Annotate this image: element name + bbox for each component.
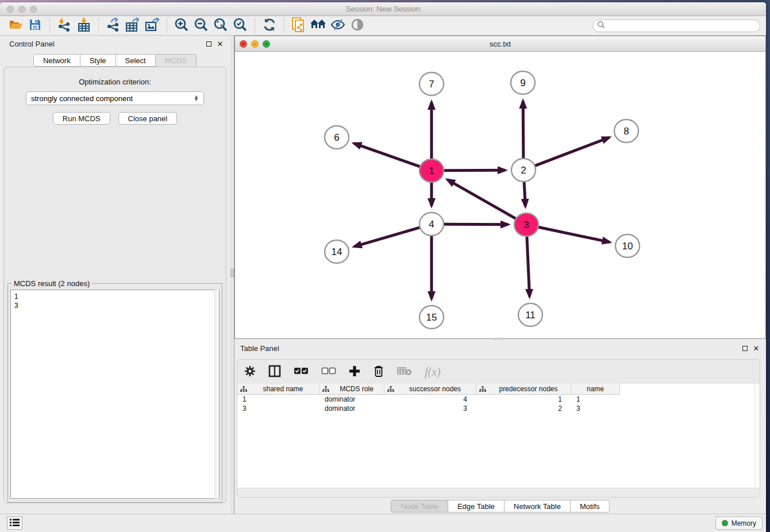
table-settings-button[interactable] bbox=[244, 363, 256, 380]
tab-motifs[interactable]: Motifs bbox=[571, 500, 610, 512]
optimization-criterion-dropdown[interactable]: strongly connected component ▲▼ bbox=[26, 91, 204, 105]
edge-4-to-14[interactable] bbox=[355, 228, 420, 246]
search-icon bbox=[596, 20, 606, 32]
export-image-button[interactable] bbox=[143, 17, 162, 34]
svg-text:3: 3 bbox=[523, 219, 529, 230]
edge-2-to-9[interactable] bbox=[523, 101, 523, 158]
svg-text:10: 10 bbox=[622, 241, 633, 252]
column-header-MCDS-role[interactable]: MCDS role bbox=[319, 384, 384, 395]
export-table-button[interactable] bbox=[123, 17, 143, 34]
graph-node-10[interactable]: 10 bbox=[615, 234, 640, 257]
plus-icon bbox=[349, 365, 360, 379]
graph-node-4[interactable]: 4 bbox=[419, 213, 444, 236]
graph-node-2[interactable]: 2 bbox=[511, 159, 536, 182]
export-network-button[interactable] bbox=[103, 17, 123, 34]
graph-node-14[interactable]: 14 bbox=[325, 240, 349, 263]
import-table-button[interactable] bbox=[74, 17, 94, 34]
edge-2-to-8[interactable] bbox=[535, 137, 609, 165]
zoom-selected-button[interactable] bbox=[230, 17, 250, 34]
cell-predecessor-nodes: 2 bbox=[476, 404, 571, 413]
cell-predecessor-nodes: 1 bbox=[476, 395, 571, 404]
tab-mcds[interactable]: MCDS bbox=[156, 54, 197, 67]
title-bar: Session: New Session bbox=[0, 2, 766, 16]
result-scrollbar[interactable] bbox=[214, 290, 220, 499]
show-task-history-button[interactable] bbox=[7, 516, 22, 530]
deselect-all-columns-button[interactable] bbox=[321, 363, 336, 380]
graph-node-3[interactable]: 3 bbox=[514, 213, 538, 236]
table-scrollbar[interactable] bbox=[754, 384, 760, 488]
tab-select[interactable]: Select bbox=[116, 54, 156, 67]
graph-node-11[interactable]: 11 bbox=[518, 303, 542, 326]
float-panel-button[interactable] bbox=[205, 40, 213, 48]
table-float-button[interactable] bbox=[741, 344, 749, 352]
table-row[interactable]: 3dominator323 bbox=[237, 404, 760, 413]
tab-node-table[interactable]: Node Table bbox=[391, 500, 448, 512]
delete-column-button[interactable] bbox=[373, 363, 384, 380]
cell-successor-nodes: 3 bbox=[384, 404, 476, 413]
zoom-out-button[interactable] bbox=[191, 17, 211, 34]
graph-node-1[interactable]: 1 bbox=[419, 159, 444, 182]
toolbar-separator bbox=[284, 18, 284, 33]
edge-3-to-11[interactable] bbox=[527, 237, 530, 296]
export-network-icon bbox=[106, 17, 121, 34]
graph-node-15[interactable]: 15 bbox=[419, 306, 444, 329]
network-document-icon bbox=[291, 17, 307, 34]
new-network-from-selection-button[interactable] bbox=[289, 17, 309, 34]
splitter-grip[interactable] bbox=[230, 269, 234, 277]
column-header-shared-name[interactable]: shared name bbox=[237, 384, 319, 395]
run-mcds-button[interactable]: Run MCDS bbox=[53, 112, 110, 125]
close-panel-button[interactable]: ✕ bbox=[216, 40, 224, 48]
svg-text:11: 11 bbox=[525, 310, 536, 321]
table-row[interactable]: 1dominator411 bbox=[237, 395, 760, 404]
save-session-button[interactable] bbox=[25, 17, 45, 34]
search-input[interactable] bbox=[606, 21, 760, 31]
column-header-predecessor-nodes[interactable]: predecessor nodes bbox=[476, 384, 571, 395]
memory-button[interactable]: Memory bbox=[715, 516, 763, 530]
graph-node-8[interactable]: 8 bbox=[614, 119, 638, 142]
edge-3-to-10[interactable] bbox=[538, 227, 610, 242]
vertical-splitter[interactable] bbox=[230, 36, 234, 514]
export-image-icon bbox=[144, 17, 160, 34]
graph-node-7[interactable]: 7 bbox=[419, 72, 444, 95]
mcds-result-text[interactable]: 1 3 bbox=[10, 290, 220, 499]
edge-2-to-3[interactable] bbox=[524, 182, 525, 206]
split-view-button[interactable] bbox=[268, 363, 281, 380]
zoom-fit-button[interactable] bbox=[211, 17, 230, 34]
column-header-successor-nodes[interactable]: successor nodes bbox=[384, 384, 476, 395]
houses-button[interactable] bbox=[309, 17, 328, 34]
graph-node-6[interactable]: 6 bbox=[325, 126, 349, 149]
tab-network-table[interactable]: Network Table bbox=[505, 500, 571, 512]
hierarchy-icon bbox=[322, 386, 329, 392]
edge-4-to-3[interactable] bbox=[444, 224, 508, 225]
dropdown-value: strongly connected component bbox=[31, 94, 194, 103]
hide-panels-button[interactable] bbox=[328, 17, 348, 34]
zoom-selected-icon bbox=[233, 17, 248, 34]
tab-edge-table[interactable]: Edge Table bbox=[448, 500, 505, 512]
zoom-in-button[interactable] bbox=[172, 17, 191, 34]
select-all-columns-button[interactable] bbox=[294, 363, 309, 380]
app-window: Session: New Session bbox=[0, 2, 766, 532]
tab-style[interactable]: Style bbox=[80, 54, 116, 67]
refresh-button[interactable] bbox=[260, 17, 279, 34]
edge-3-to-1[interactable] bbox=[448, 180, 516, 219]
cell-name: 3 bbox=[571, 404, 620, 413]
cell-shared-name: 1 bbox=[237, 395, 319, 404]
svg-text:15: 15 bbox=[426, 312, 437, 323]
delete-table-button bbox=[397, 363, 412, 380]
table-panel: Table Panel ✕ bbox=[234, 340, 766, 514]
column-header-name[interactable]: name bbox=[571, 384, 620, 395]
table-close-button[interactable]: ✕ bbox=[752, 344, 760, 352]
import-network-button[interactable] bbox=[55, 17, 74, 34]
edge-1-to-2[interactable] bbox=[444, 170, 505, 171]
show-panels-button[interactable] bbox=[348, 17, 367, 34]
network-canvas[interactable]: 7968124314101511 bbox=[235, 52, 765, 338]
table-footer bbox=[237, 488, 760, 497]
close-panel-action-button[interactable]: Close panel bbox=[118, 112, 178, 125]
graph-node-9[interactable]: 9 bbox=[511, 71, 535, 94]
open-session-button[interactable] bbox=[6, 17, 25, 34]
search-field[interactable] bbox=[592, 20, 760, 32]
edge-1-to-6[interactable] bbox=[354, 144, 420, 167]
add-column-button[interactable] bbox=[349, 363, 360, 380]
tab-network[interactable]: Network bbox=[33, 54, 80, 67]
network-title-bar: ✕ − + scc.txt bbox=[235, 36, 765, 52]
